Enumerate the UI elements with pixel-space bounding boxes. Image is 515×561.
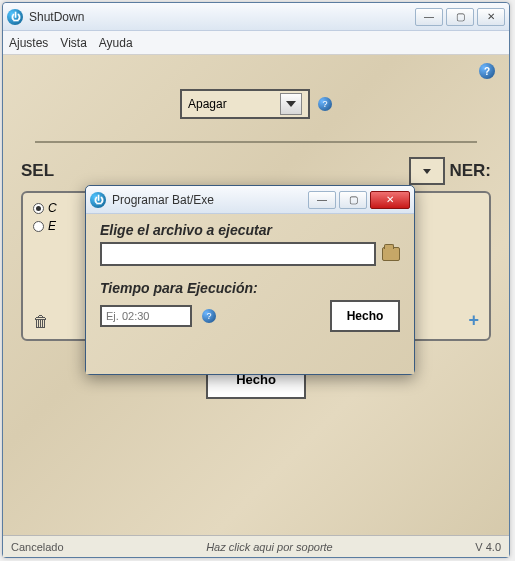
- menu-settings[interactable]: Ajustes: [9, 36, 48, 50]
- radio-1[interactable]: [33, 203, 44, 214]
- dialog-title: Programar Bat/Exe: [112, 193, 214, 207]
- app-icon: ⏻: [7, 9, 23, 25]
- dialog-maximize-button[interactable]: ▢: [339, 191, 367, 209]
- app-icon: ⏻: [90, 192, 106, 208]
- dialog-titlebar[interactable]: ⏻ Programar Bat/Exe — ▢ ✕: [86, 186, 414, 214]
- select-label-right: NER:: [449, 161, 491, 181]
- maximize-button[interactable]: ▢: [446, 8, 474, 26]
- status-support-link[interactable]: Haz click aqui por soporte: [64, 541, 476, 553]
- chevron-down-icon[interactable]: [280, 93, 302, 115]
- status-version: V 4.0: [475, 541, 501, 553]
- divider: [35, 141, 477, 143]
- folder-icon[interactable]: [382, 247, 400, 261]
- file-input[interactable]: [100, 242, 376, 266]
- program-dialog: ⏻ Programar Bat/Exe — ▢ ✕ Elige el archi…: [85, 185, 415, 375]
- main-titlebar[interactable]: ⏻ ShutDown — ▢ ✕: [3, 3, 509, 31]
- help-action-icon[interactable]: ?: [318, 97, 332, 111]
- main-window: ⏻ ShutDown — ▢ ✕ Ajustes Vista Ayuda ? A…: [2, 2, 510, 558]
- radio-2-label: E: [48, 219, 56, 233]
- file-label: Elige el archivo a ejecutar: [100, 222, 400, 238]
- help-icon[interactable]: ?: [479, 63, 495, 79]
- chevron-down-icon: [411, 159, 443, 183]
- dialog-body: Elige el archivo a ejecutar Tiempo para …: [86, 214, 414, 374]
- menu-help[interactable]: Ayuda: [99, 36, 133, 50]
- help-time-icon[interactable]: ?: [202, 309, 216, 323]
- dialog-minimize-button[interactable]: —: [308, 191, 336, 209]
- minimize-button[interactable]: —: [415, 8, 443, 26]
- trash-icon[interactable]: 🗑: [33, 313, 49, 331]
- dialog-close-button[interactable]: ✕: [370, 191, 410, 209]
- select-label-left: SEL: [21, 161, 54, 181]
- menu-view[interactable]: Vista: [60, 36, 86, 50]
- radio-1-label: C: [48, 201, 57, 215]
- main-content: ? Apagar ? SEL NER: C E: [3, 55, 509, 535]
- close-button[interactable]: ✕: [477, 8, 505, 26]
- status-left: Cancelado: [11, 541, 64, 553]
- menubar: Ajustes Vista Ayuda: [3, 31, 509, 55]
- radio-2[interactable]: [33, 221, 44, 232]
- dialog-done-button[interactable]: Hecho: [330, 300, 400, 332]
- statusbar: Cancelado Haz click aqui por soporte V 4…: [3, 535, 509, 557]
- option-combo[interactable]: [409, 157, 445, 185]
- main-title: ShutDown: [29, 10, 84, 24]
- action-combo-value: Apagar: [188, 97, 227, 111]
- action-combo[interactable]: Apagar: [180, 89, 310, 119]
- time-input[interactable]: [100, 305, 192, 327]
- time-label: Tiempo para Ejecución:: [100, 280, 400, 296]
- add-icon[interactable]: +: [468, 310, 479, 331]
